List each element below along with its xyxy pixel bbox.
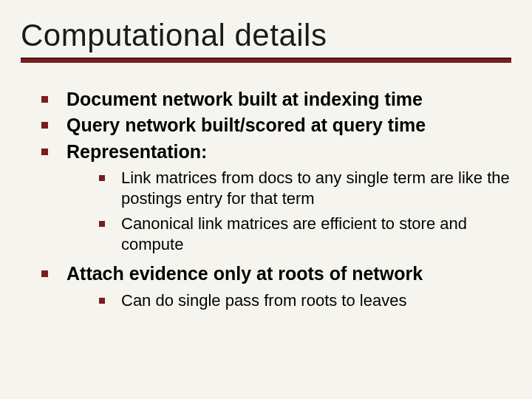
- bullet-item: Attach evidence only at roots of network…: [41, 262, 511, 310]
- sub-bullet-list: Link matrices from docs to any single te…: [66, 168, 511, 256]
- bullet-item: Query network built/scored at query time: [41, 114, 511, 137]
- sub-bullet-item: Can do single pass from roots to leaves: [99, 290, 511, 311]
- slide: Computational details Document network b…: [0, 0, 532, 399]
- sub-bullet-item: Canonical link matrices are efficient to…: [99, 214, 511, 255]
- sub-bullet-item: Link matrices from docs to any single te…: [99, 168, 511, 209]
- bullet-text: Representation:: [66, 141, 207, 162]
- bullet-text: Attach evidence only at roots of network: [66, 263, 423, 284]
- bullet-list: Document network built at indexing time …: [21, 88, 511, 311]
- bullet-item: Document network built at indexing time: [41, 88, 511, 111]
- sub-bullet-list: Can do single pass from roots to leaves: [66, 290, 511, 311]
- title-rule: [21, 58, 511, 63]
- slide-title: Computational details: [21, 18, 511, 53]
- bullet-item: Representation: Link matrices from docs …: [41, 140, 511, 256]
